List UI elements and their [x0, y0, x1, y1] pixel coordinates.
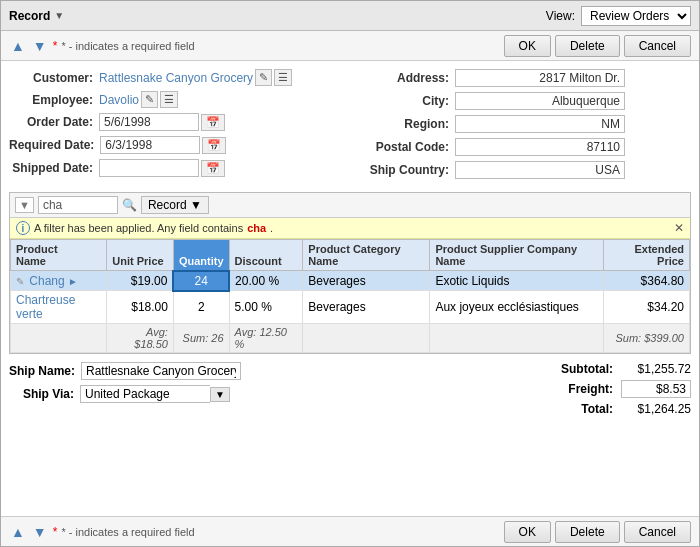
- filter-keyword: cha: [247, 222, 266, 234]
- nav-up-button[interactable]: ▲: [9, 38, 27, 54]
- record-dropdown[interactable]: Record ▼: [141, 196, 209, 214]
- employee-label: Employee:: [9, 93, 99, 107]
- cell-supplier-2: Aux joyeux ecclésiastiques: [430, 291, 603, 324]
- region-input[interactable]: [455, 115, 625, 133]
- cell-qty-1[interactable]: 24: [173, 271, 229, 291]
- cell-category-2: Beverages: [303, 291, 430, 324]
- freight-row: Freight:: [533, 380, 691, 398]
- col-supplier: Product Supplier Company Name: [430, 240, 603, 271]
- required-date-calendar-icon[interactable]: 📅: [202, 137, 226, 154]
- filter-close-button[interactable]: ✕: [674, 221, 684, 235]
- ship-via-input[interactable]: [80, 385, 210, 403]
- col-discount: Discount: [229, 240, 303, 271]
- postal-label: Postal Code:: [365, 140, 455, 154]
- cell-discount-1: 20.00 %: [229, 271, 303, 291]
- table-row[interactable]: Chartreuse verte $18.00 2 5.00 % Beverag…: [11, 291, 690, 324]
- ship-via-row: Ship Via: ▼: [9, 385, 241, 403]
- ship-name-input[interactable]: [81, 362, 241, 380]
- titlebar: Record ▼ View: Review Orders: [1, 1, 699, 31]
- cell-price-1: $19.00: [107, 271, 174, 291]
- view-label: View:: [546, 9, 575, 23]
- col-quantity: Quantity: [173, 240, 229, 271]
- bottom-ok-button[interactable]: OK: [504, 521, 551, 543]
- bottom-cancel-button[interactable]: Cancel: [624, 521, 691, 543]
- view-select[interactable]: Review Orders: [581, 6, 691, 26]
- footer-avg-price: Avg: $18.50: [107, 324, 174, 353]
- cell-qty-2: 2: [173, 291, 229, 324]
- freight-input[interactable]: [621, 380, 691, 398]
- bottom-delete-button[interactable]: Delete: [555, 521, 620, 543]
- cell-price-2: $18.00: [107, 291, 174, 324]
- required-date-row: Required Date: 📅: [9, 136, 349, 154]
- search-icon[interactable]: 🔍: [122, 198, 137, 212]
- titlebar-dropdown-arrow[interactable]: ▼: [54, 10, 64, 21]
- bottom-required-note: * - indicates a required field: [61, 526, 194, 538]
- ship-country-input[interactable]: [455, 161, 625, 179]
- row-expand-icon[interactable]: ►: [68, 276, 78, 287]
- footer-sum-extended: Sum: $399.00: [603, 324, 689, 353]
- footer-avg-discount: Avg: 12.50 %: [229, 324, 303, 353]
- address-input[interactable]: [455, 69, 625, 87]
- footer-sum-qty: Sum: 26: [173, 324, 229, 353]
- customer-label: Customer:: [9, 71, 99, 85]
- order-date-calendar-icon[interactable]: 📅: [201, 114, 225, 131]
- address-label: Address:: [365, 71, 455, 85]
- subtotal-value: $1,255.72: [621, 362, 691, 376]
- shipped-date-label: Shipped Date:: [9, 161, 99, 175]
- footer-empty-1: [11, 324, 107, 353]
- top-toolbar: ▲ ▼ * * - indicates a required field OK …: [1, 31, 699, 61]
- shipped-date-input[interactable]: [99, 159, 199, 177]
- col-unit-price: Unit Price: [107, 240, 174, 271]
- delete-button[interactable]: Delete: [555, 35, 620, 57]
- customer-info-icon[interactable]: ☰: [274, 69, 292, 86]
- ship-via-label: Ship Via:: [9, 387, 74, 401]
- city-input[interactable]: [455, 92, 625, 110]
- ok-button[interactable]: OK: [504, 35, 551, 57]
- toolbar-actions: OK Delete Cancel: [504, 35, 691, 57]
- product-link-2[interactable]: Chartreuse verte: [16, 293, 75, 321]
- grid-filter-icon[interactable]: ▼: [15, 197, 34, 213]
- ship-country-label: Ship Country:: [365, 163, 455, 177]
- table-header-row: ProductName Unit Price Quantity Discount…: [11, 240, 690, 271]
- form-right: Address: City: Region: Postal Code: Ship…: [349, 69, 691, 184]
- bottom-nav-up-button[interactable]: ▲: [9, 524, 27, 540]
- nav-down-button[interactable]: ▼: [31, 38, 49, 54]
- employee-info-icon[interactable]: ☰: [160, 91, 178, 108]
- customer-link[interactable]: Rattlesnake Canyon Grocery: [99, 71, 253, 85]
- bottom-nav-down-button[interactable]: ▼: [31, 524, 49, 540]
- cancel-button[interactable]: Cancel: [624, 35, 691, 57]
- bottom-area: Ship Name: Ship Via: ▼ Subtotal: $1,255.…: [1, 356, 699, 422]
- region-row: Region:: [365, 115, 691, 133]
- employee-edit-icon[interactable]: ✎: [141, 91, 158, 108]
- required-note: * - indicates a required field: [61, 40, 194, 52]
- grid-area: ▼ 🔍 Record ▼ i A filter has been applied…: [9, 192, 691, 354]
- shipped-date-calendar-icon[interactable]: 📅: [201, 160, 225, 177]
- grid-toolbar: ▼ 🔍 Record ▼: [10, 193, 690, 218]
- filter-period: .: [270, 222, 273, 234]
- customer-edit-icon[interactable]: ✎: [255, 69, 272, 86]
- col-product-name: ProductName: [11, 240, 107, 271]
- ship-via-dropdown-button[interactable]: ▼: [210, 387, 230, 402]
- region-label: Region:: [365, 117, 455, 131]
- order-date-row: Order Date: 📅: [9, 113, 349, 131]
- ship-area: Ship Name: Ship Via: ▼: [9, 362, 241, 403]
- search-input[interactable]: [38, 196, 118, 214]
- cell-extended-2: $34.20: [603, 291, 689, 324]
- table-row[interactable]: ✎ Chang ► $19.00 24 20.00 % Beverages Ex…: [11, 271, 690, 291]
- shipped-date-row: Shipped Date: 📅: [9, 159, 349, 177]
- form-area: Customer: Rattlesnake Canyon Grocery ✎ ☰…: [1, 61, 699, 192]
- orders-table: ProductName Unit Price Quantity Discount…: [10, 239, 690, 353]
- required-star: *: [53, 39, 58, 53]
- bottom-toolbar-actions: OK Delete Cancel: [504, 521, 691, 543]
- total-row: Total: $1,264.25: [533, 402, 691, 416]
- employee-link[interactable]: Davolio: [99, 93, 139, 107]
- product-link-1[interactable]: Chang: [29, 274, 64, 288]
- required-date-input[interactable]: [100, 136, 200, 154]
- row-edit-icon[interactable]: ✎: [16, 276, 24, 287]
- required-date-label: Required Date:: [9, 136, 100, 152]
- postal-input[interactable]: [455, 138, 625, 156]
- ship-via-wrapper: ▼: [80, 385, 230, 403]
- totals-area: Subtotal: $1,255.72 Freight: Total: $1,2…: [533, 362, 691, 416]
- order-date-input[interactable]: [99, 113, 199, 131]
- titlebar-title: Record: [9, 9, 50, 23]
